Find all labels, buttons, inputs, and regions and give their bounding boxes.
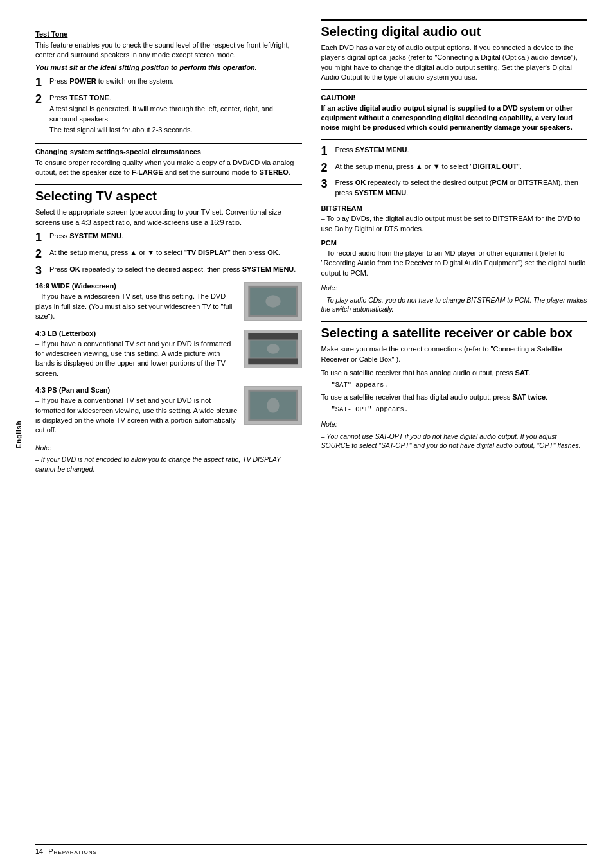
step-2-prefix: Press <box>49 94 69 102</box>
test-tone-title: Test Tone <box>35 30 302 38</box>
tv-image-43ps <box>244 386 302 425</box>
caution-body: If an active digital audio output signal… <box>321 103 588 133</box>
digital-step-2-num: 2 <box>321 162 332 175</box>
digital-note-text: – To play audio CDs, you do not have to … <box>321 296 588 314</box>
tv-step-1: 1 Press SYSTEM MENU. <box>35 231 302 244</box>
digital-step-1-num: 1 <box>321 145 332 158</box>
sub-43lb: 4:3 LB (Letterbox) – If you have a conve… <box>35 330 302 382</box>
satellite-body3: To use a satellite receiver that has dig… <box>321 393 588 402</box>
right-column: Selecting digital audio out Each DVD has… <box>321 19 588 477</box>
page-number: 14 <box>35 847 43 855</box>
svg-point-13 <box>267 398 279 413</box>
caution-title: CAUTION! <box>321 94 588 102</box>
tv-step-3-num: 3 <box>35 265 46 278</box>
tv-step-1-content: Press SYSTEM MENU. <box>49 231 302 242</box>
caution-divider-bottom <box>321 139 588 140</box>
tv-step-1-num: 1 <box>35 231 46 244</box>
digital-note-label: Note: <box>321 283 588 293</box>
bitstream-section: BITSTREAM – To play DVDs, the digital au… <box>321 204 588 234</box>
step-2-bold: TEST TONE <box>69 94 109 102</box>
tv-image-43lb <box>244 330 302 368</box>
satellite-note-text: – You cannot use SAT-OPT if you do not h… <box>321 432 588 450</box>
pcm-title: PCM <box>321 239 588 247</box>
pcm-body: – To record audio from the player to an … <box>321 249 588 278</box>
tv-note: Note: – If your DVD is not encoded to al… <box>35 443 302 474</box>
satellite-note: Note: – You cannot use SAT-OPT if you do… <box>321 420 588 450</box>
svg-rect-6 <box>248 333 298 339</box>
digital-step-2: 2 At the setup menu, press ▲ or ▼ to sel… <box>321 162 588 175</box>
satellite-sat-display: "SAT" appears. <box>332 380 588 390</box>
digital-audio-body: Each DVD has a variety of audio output o… <box>321 43 588 83</box>
step-2-body1: A test signal is generated. It will move… <box>49 104 302 124</box>
step-1-power: 1 Press POWER to switch on the system. <box>35 76 302 89</box>
step-2-num: 2 <box>35 93 46 106</box>
tv-step-2: 2 At the setup menu, press ▲ or ▼ to sel… <box>35 248 302 261</box>
pcm-section: PCM – To record audio from the player to… <box>321 239 588 278</box>
step-1-text: Press <box>49 77 69 85</box>
digital-step-1: 1 Press SYSTEM MENU. <box>321 145 588 158</box>
tv-step-2-content: At the setup menu, press ▲ or ▼ to selec… <box>49 248 302 259</box>
satellite-heading: Selecting a satellite receiver or cable … <box>321 321 588 341</box>
satellite-body2: To use a satellite receiver that has ana… <box>321 368 588 378</box>
caution-box: CAUTION! If an active digital audio outp… <box>321 89 588 140</box>
satellite-body1: Make sure you made the correct connectio… <box>321 344 588 364</box>
satellite-sat-opt-display: "SAT- OPT" appears. <box>332 405 588 414</box>
page-label: Preparations <box>48 847 97 855</box>
changing-system-body: To ensure proper recording quality when … <box>35 158 302 178</box>
page-footer: 14 Preparations <box>35 844 587 855</box>
page: English Test Tone This feature enables y… <box>0 0 613 868</box>
digital-audio-heading: Selecting digital audio out <box>321 19 588 39</box>
changing-system-title: Changing system settings-special circums… <box>35 148 302 155</box>
divider-changing <box>35 143 302 144</box>
divider-top-left <box>35 26 302 26</box>
step-1-content: Press POWER to switch on the system. <box>49 76 302 87</box>
step-1-num: 1 <box>35 76 46 89</box>
tv-image-169 <box>244 282 302 321</box>
bitstream-body: – To play DVDs, the digital audio output… <box>321 214 588 234</box>
step-1-bold: POWER <box>69 77 96 85</box>
digital-step-3-content: Press OK repeatedly to select the desire… <box>335 178 588 199</box>
test-tone-italic-bold: You must sit at the ideal sitting positi… <box>35 63 302 73</box>
digital-note: Note: – To play audio CDs, you do not ha… <box>321 283 588 314</box>
caution-divider-top <box>321 89 588 90</box>
selecting-tv-heading: Selecting TV aspect <box>35 184 302 204</box>
left-column: Test Tone This feature enables you to ch… <box>35 19 302 477</box>
satellite-note-label: Note: <box>321 420 588 429</box>
digital-step-3-num: 3 <box>321 178 332 191</box>
sub-43ps: 4:3 PS (Pan and Scan) – If you have a co… <box>35 386 302 438</box>
step-1-text2: to switch on the system. <box>96 77 173 85</box>
digital-step-2-content: At the setup menu, press ▲ or ▼ to selec… <box>335 162 588 173</box>
step-2-body2: The test signal will last for about 2-3 … <box>49 125 302 135</box>
tv-step-2-num: 2 <box>35 248 46 261</box>
digital-step-3: 3 Press OK repeatedly to select the desi… <box>321 178 588 199</box>
digital-step-1-content: Press SYSTEM MENU. <box>335 145 588 156</box>
svg-point-9 <box>267 344 279 353</box>
selecting-tv-body: Select the appropriate screen type accor… <box>35 208 302 227</box>
tv-step-3: 3 Press OK repeatedly to select the desi… <box>35 265 302 278</box>
step-2-testtone: 2 Press TEST TONE. A test signal is gene… <box>35 93 302 137</box>
bitstream-title: BITSTREAM <box>321 204 588 212</box>
test-tone-body: This feature enables you to check the so… <box>35 40 302 60</box>
svg-rect-7 <box>248 358 298 364</box>
tv-note-label: Note: <box>35 443 302 453</box>
svg-point-3 <box>265 296 280 308</box>
main-content: Test Tone This feature enables you to ch… <box>35 19 587 477</box>
tv-step-3-content: Press OK repeatedly to select the desire… <box>49 265 302 276</box>
side-language-label: English <box>15 420 22 448</box>
step-2-content: Press TEST TONE. A test signal is genera… <box>49 93 302 137</box>
sub-169: 16:9 WIDE (Widescreen) – If you have a w… <box>35 282 302 324</box>
tv-note-text: – If your DVD is not encoded to allow yo… <box>35 455 302 474</box>
